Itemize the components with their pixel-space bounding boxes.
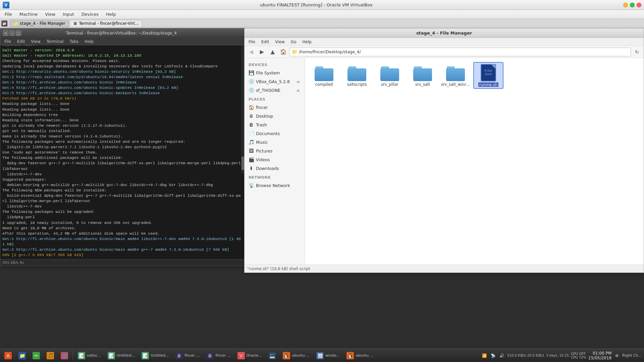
vbox-tab-filemanager[interactable]: 📁 stage_4 - File Manager	[9, 20, 69, 27]
tray-bluetooth-icon[interactable]: 📡	[490, 352, 496, 359]
sidebar-item-sfthisone[interactable]: 💿 sf_THISONE ⏏	[245, 86, 305, 95]
terminal-menu-tabs[interactable]: Tabs	[67, 39, 82, 45]
taskbar-right: 📶 📡 🔊 510.0 KiB/s 20.0 KiB/s 3 days, 15:…	[478, 351, 644, 360]
terminal-menu-edit[interactable]: Edit	[14, 39, 28, 45]
taskbar-app-saltscripts[interactable]: 📝 saltsc...	[75, 350, 104, 361]
ubuntu-taskbar: A 📁 ✏ 🎵 🌐 📝 saltsc... 📝 Untitled...	[0, 349, 644, 362]
terminal-menu-help[interactable]: Help	[82, 39, 96, 45]
file-label-srvsaltwinrepo: srv_salt_winrepo	[441, 82, 470, 87]
fm-back-btn[interactable]: ◀	[247, 47, 256, 57]
vbox-menu-help[interactable]: Help	[103, 11, 119, 18]
fm-menu-file[interactable]: File	[246, 39, 258, 45]
taskbar-app-browser[interactable]: 🌐	[58, 350, 71, 361]
fm-home-btn[interactable]: 🏠	[279, 47, 288, 57]
vbox-menubar: File Machine View Input Devices Help	[0, 10, 644, 19]
sidebar-item-vboxgas[interactable]: 💿 VBox_GAs_5.2.8 ⏏	[245, 77, 305, 86]
taskbar-app-launcher[interactable]: A	[1, 350, 15, 361]
terminal-statusbar: 391 kB/s 4s	[0, 259, 245, 266]
vbox-minimize-btn[interactable]	[623, 3, 628, 7]
vbox-close-btn[interactable]	[637, 3, 641, 7]
taskbar-app-files[interactable]: 📁	[15, 350, 29, 361]
file-item-runmesh[interactable]: #!/bin /bash runme.sh	[473, 62, 503, 89]
terminal-body[interactable]: Applying minion ID key policyThe followi…	[0, 45, 245, 259]
vbox-maximize-btn[interactable]	[630, 3, 635, 7]
tray-network-icon[interactable]: 📶	[481, 352, 488, 359]
folder-icon-srvsalt	[413, 66, 432, 81]
sidebar-item-downloads[interactable]: ⬇ Downloads	[245, 164, 305, 173]
documents-icon: 📄	[249, 131, 254, 136]
sidebar-item-pictures[interactable]: 🖼 Pictures	[245, 146, 305, 155]
sidebar-item-videos[interactable]: 🎬 Videos	[245, 155, 305, 164]
fm-menu-edit[interactable]: Edit	[259, 39, 272, 45]
sidebar-item-fincer[interactable]: 🏠 fincer	[245, 103, 305, 112]
taskbar-app-untitled1[interactable]: 📝 Untitled...	[105, 350, 138, 361]
vbox-tab-terminal[interactable]: 🖥 Terminal - fincer@fincer-Virt...	[69, 20, 142, 27]
taskbar-app-fincer2[interactable]: 🖥 fincer ...	[203, 350, 233, 361]
fm-status-text: "runme.sh" (10,6 kB) shell script	[247, 266, 310, 271]
terminal-line: 1 upgraded, 10 newly installed, 0 to rem…	[2, 220, 243, 226]
terminal-menu-terminal[interactable]: Terminal	[44, 39, 66, 45]
tray-gpu-cpu: GPU OFF CPU 72%	[571, 352, 586, 359]
file-item-srvpillar[interactable]: srv_pillar	[375, 62, 405, 89]
sidebar-item-filesystem[interactable]: 💾 File System	[245, 68, 305, 77]
terminal-line: libstdc++-7-dev	[2, 204, 243, 209]
right-click-label[interactable]: Right Cli...	[622, 353, 641, 358]
app-launcher-icon: A	[4, 352, 12, 359]
vbox-menu-machine[interactable]: Machine	[16, 11, 41, 18]
vbox-menu-file[interactable]: File	[1, 11, 15, 18]
sfthisone-eject-icon[interactable]: ⏏	[296, 88, 301, 93]
vbox-menu-input[interactable]: Input	[59, 11, 77, 18]
terminal-line: libgit2-26 libhttp-parser2.7.1 libssh2-1…	[2, 144, 243, 150]
terminal-line: Need to get 10,0 MB of archives.	[2, 226, 243, 231]
taskbar-app-untitled2[interactable]: 📝 Untitled...	[139, 350, 172, 361]
sidebar-item-documents[interactable]: 📄 Documents	[245, 129, 305, 138]
fm-menu-help[interactable]: Help	[300, 39, 314, 45]
terminal-scrollthumb[interactable]	[241, 157, 244, 170]
fm-menu-go[interactable]: Go	[288, 39, 299, 45]
fm-forward-btn[interactable]: ▶	[257, 47, 267, 57]
vbox-menu-devices[interactable]: Devices	[78, 11, 102, 18]
clock-time: 01:00 PM	[588, 351, 611, 356]
sidebar-item-music[interactable]: 🎵 Music	[245, 138, 305, 146]
sidebar-vboxgas-label: VBox_GAs_5.2.8	[256, 79, 290, 84]
taskbar-app-ubuntu2[interactable]: 🐧 ubuntu ...	[343, 350, 376, 361]
tray-sound-icon[interactable]: 🔊	[498, 352, 505, 359]
terminal-line: git is already the newest version (1:2.1…	[2, 123, 243, 128]
terminal-close-btn[interactable]: ✕	[3, 31, 8, 36]
terminal-menu-file[interactable]: File	[2, 39, 14, 45]
fm-addressbar[interactable]: 📁 /home/fincer/Desktop/stage_4/	[289, 48, 631, 56]
file-item-srvsaltwinrepo[interactable]: srv_salt_winrepo	[440, 62, 471, 89]
taskbar-untitled1-label: Untitled...	[117, 353, 135, 358]
tray-settings-icon[interactable]: ⚙	[613, 352, 620, 359]
terminal-win-controls: ✕ − □	[3, 31, 21, 36]
fm-refresh-btn[interactable]: ↻	[632, 47, 642, 57]
taskbar-app-oracle[interactable]: V Oracle...	[234, 350, 265, 361]
fm-up-btn[interactable]: ▲	[268, 47, 277, 57]
vlc-icon: 🎵	[47, 352, 54, 359]
taskbar-app-windows[interactable]: 🪟 windo...	[313, 350, 343, 361]
taskbar-fincer2-label: fincer ...	[215, 353, 230, 358]
terminal-minimize-btn[interactable]: −	[9, 31, 15, 36]
vboxgas-eject-icon[interactable]: ⏏	[296, 79, 301, 84]
sidebar-item-network[interactable]: 📡 Browse Network	[245, 181, 305, 190]
terminal-menu-view[interactable]: View	[28, 39, 43, 45]
file-label-saltscripts: saltscripts	[347, 82, 367, 87]
taskbar-app-fincer1[interactable]: 🖥 fincer ...	[172, 350, 203, 361]
editor-icon: ✏	[33, 352, 40, 359]
terminal-line: The following additional packages will b…	[2, 155, 243, 161]
taskbar-app-editor[interactable]: ✏	[30, 350, 43, 361]
sidebar-item-trash[interactable]: 🗑 Trash	[245, 120, 305, 129]
file-item-srvsalt[interactable]: srv_salt	[408, 62, 438, 89]
fm-menu-view[interactable]: View	[272, 39, 287, 45]
terminal-maximize-btn[interactable]: □	[16, 31, 21, 36]
taskbar-ubuntu2-label: ubuntu ...	[356, 353, 373, 358]
file-item-saltscripts[interactable]: saltscripts	[342, 62, 372, 89]
file-item-compiled[interactable]: compiled	[309, 62, 339, 89]
taskbar-app-ubuntu1[interactable]: 🐧 ubuntu ...	[280, 350, 313, 361]
taskbar-app-vm[interactable]: 💻	[266, 350, 279, 361]
terminal-status-text: 391 kB/s 4s	[2, 260, 24, 265]
folder-back	[315, 68, 333, 81]
vbox-menu-view[interactable]: View	[42, 11, 59, 18]
sidebar-item-desktop[interactable]: 🖥 Desktop	[245, 112, 305, 120]
taskbar-app-vlc[interactable]: 🎵	[44, 350, 57, 361]
